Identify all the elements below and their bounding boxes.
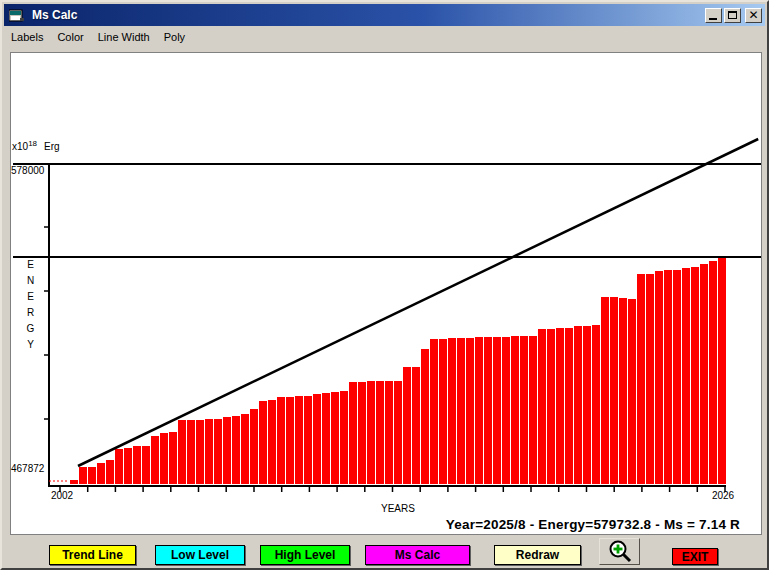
energy-bar: [646, 274, 654, 484]
energy-bar: [466, 338, 474, 484]
magnifier-plus-icon: [605, 539, 635, 564]
app-icon[interactable]: [9, 8, 25, 22]
energy-bar: [340, 391, 348, 484]
energy-bar: [232, 416, 240, 484]
energy-bar: [151, 436, 159, 484]
energy-bar: [322, 393, 330, 484]
minimize-icon: [709, 18, 717, 20]
energy-bar: [529, 336, 537, 484]
energy-bar: [484, 337, 492, 484]
energy-bar: [196, 420, 204, 484]
title-bar: Ms Calc ✕: [4, 4, 765, 26]
energy-bar: [619, 298, 627, 484]
close-button[interactable]: ✕: [745, 8, 762, 23]
energy-bar: [718, 257, 726, 484]
maximize-button[interactable]: [724, 8, 741, 23]
energy-bar: [241, 414, 249, 484]
energy-bar: [295, 396, 303, 484]
energy-bar: [475, 337, 483, 484]
minimize-button[interactable]: [705, 8, 722, 23]
energy-bar: [349, 382, 357, 484]
y-axis-unit-label: x1018Erg: [12, 139, 60, 152]
energy-bar: [457, 338, 465, 484]
energy-bar: [547, 329, 555, 484]
chart-svg: [11, 53, 761, 534]
exit-button[interactable]: EXIT: [672, 548, 718, 565]
window-title: Ms Calc: [32, 8, 703, 22]
energy-bar: [259, 401, 267, 484]
energy-bar: [421, 349, 429, 484]
energy-bar: [70, 480, 78, 484]
energy-bar: [313, 394, 321, 484]
x-axis-start-label: 2002: [44, 490, 80, 501]
menu-color[interactable]: Color: [57, 31, 83, 43]
energy-bar: [331, 392, 339, 484]
redraw-button[interactable]: Redraw: [494, 545, 581, 565]
energy-bar: [583, 326, 591, 484]
energy-bar: [358, 382, 366, 484]
energy-bar: [439, 339, 447, 484]
energy-bar: [637, 274, 645, 484]
menu-poly[interactable]: Poly: [164, 31, 185, 43]
energy-bar: [493, 337, 501, 484]
energy-bar: [430, 339, 438, 484]
y-axis-max-label: 578000: [11, 165, 44, 176]
energy-bar: [709, 261, 717, 484]
energy-bar: [691, 267, 699, 484]
high-level-button[interactable]: High Level: [260, 545, 350, 565]
energy-bar: [223, 417, 231, 484]
energy-bar: [250, 409, 258, 484]
energy-bar: [376, 381, 384, 484]
energy-bar: [601, 297, 609, 484]
chart-panel[interactable]: x1018Erg 578000 ENERGY 467872 2002 2026 …: [10, 52, 762, 535]
energy-bar: [88, 467, 96, 484]
energy-bar: [673, 270, 681, 484]
status-readout: Year=2025/8 - Energy=579732.8 - Ms = 7.1…: [446, 517, 740, 532]
menu-bar: Labels Color Line Width Poly: [4, 27, 765, 46]
menu-line-width[interactable]: Line Width: [98, 31, 150, 43]
energy-bar: [160, 433, 168, 484]
x-axis-end-label: 2026: [704, 490, 742, 501]
ms-calc-button[interactable]: Ms Calc: [365, 545, 470, 565]
energy-bar: [403, 367, 411, 484]
energy-bar: [502, 337, 510, 484]
energy-bar: [556, 328, 564, 484]
app-window: Ms Calc ✕ Labels Color Line Width Poly x…: [0, 0, 769, 570]
energy-bar: [385, 381, 393, 484]
energy-bar: [142, 446, 150, 484]
trend-line-button[interactable]: Trend Line: [49, 545, 136, 565]
energy-bar: [214, 419, 222, 484]
energy-bar: [97, 463, 105, 484]
energy-bar: [565, 328, 573, 484]
energy-bar: [286, 397, 294, 484]
energy-bar: [610, 297, 618, 484]
energy-bar: [628, 299, 636, 484]
energy-bar: [394, 381, 402, 484]
low-level-button[interactable]: Low Level: [155, 545, 245, 565]
energy-bar: [448, 338, 456, 484]
maximize-icon: [728, 11, 737, 19]
menu-labels[interactable]: Labels: [11, 31, 43, 43]
zoom-button[interactable]: [599, 538, 640, 565]
y-axis-title: ENERGY: [25, 259, 36, 355]
energy-bar: [412, 367, 420, 484]
energy-bar: [277, 397, 285, 484]
energy-bar: [511, 336, 519, 484]
y-axis-min-label: 467872: [11, 463, 44, 474]
energy-bar: [592, 325, 600, 484]
energy-bar: [124, 448, 132, 484]
energy-bar: [187, 420, 195, 484]
energy-bar: [682, 268, 690, 484]
close-icon: ✕: [748, 9, 758, 21]
energy-bar: [169, 432, 177, 484]
energy-bar: [520, 336, 528, 484]
energy-bar: [268, 400, 276, 484]
energy-bar: [205, 419, 213, 484]
energy-bar: [700, 264, 708, 484]
energy-bar: [115, 449, 123, 484]
energy-bar: [367, 381, 375, 484]
energy-bar: [79, 467, 87, 484]
energy-bar: [133, 446, 141, 484]
energy-bar: [538, 329, 546, 484]
energy-bar: [178, 420, 186, 484]
